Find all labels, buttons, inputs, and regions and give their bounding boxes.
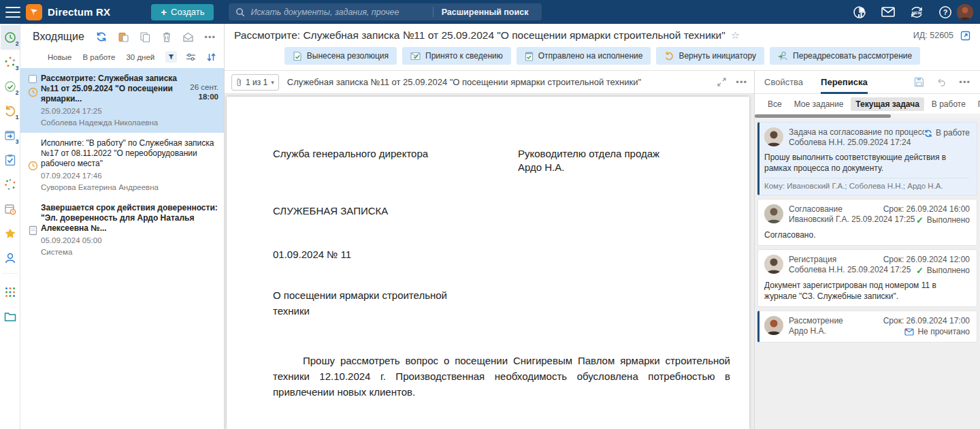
paperclip-icon [236,78,242,86]
tab-new[interactable]: Новые [48,53,71,61]
avatar [764,204,783,223]
rail-substitutions-icon[interactable] [1,246,20,270]
accepted-button[interactable]: Принято к сведению [402,47,511,65]
resolution-doc-icon [293,51,302,61]
mail-icon[interactable] [881,5,896,20]
paste-icon[interactable] [117,31,129,43]
rail-components-icon[interactable] [1,280,20,304]
card-title: Задача на согласование по процессу [789,127,924,138]
doc-body: Прошу рассмотреть вопрос о посещении Сни… [273,353,730,400]
top-bar: Directum RX + Создать Искать документы, … [0,0,980,24]
item-title: Рассмотрите: Служебная записка №11 от 25… [41,74,183,104]
page-count: 1 из 1 [246,78,267,87]
item-author: Соболева Надежда Николаевна [41,118,183,127]
forward-review-button[interactable]: Переадресовать рассмотрение [770,47,920,65]
filter-all[interactable]: Все [763,97,787,111]
correspondence-card-task[interactable]: Задача на согласование по процессу Собол… [757,122,977,195]
card-body: Согласовано. [764,229,970,240]
settings-sliders-icon[interactable] [185,51,197,63]
refresh-icon[interactable] [95,31,107,43]
tab-30-days[interactable]: 30 дней [126,53,154,61]
correspondence-card-registration[interactable]: Регистрация Соболева Н.Н. 25.09.2024 17:… [757,249,977,307]
sort-icon[interactable] [205,51,216,63]
correspondence-card-review[interactable]: Рассмотрение Ардо Н.А. Срок: 26.09.2024 … [757,311,977,343]
card-body: Прошу выполнить соответствующие действия… [764,152,970,174]
filter-current-task[interactable]: Текущая задача [851,97,924,111]
viewer-more-icon[interactable]: ••• [736,77,747,87]
item-due-date: 26 сент. [183,83,218,91]
doc-subject: О посещении ярмарки строительной техники [273,287,477,319]
correspondence-card-approval[interactable]: Согласование Ивановский Г.А. 25.09.2024 … [757,199,977,246]
scrollbar-thumb[interactable] [755,114,891,118]
page-selector[interactable]: 1 из 1 ▾ [231,74,279,91]
expand-icon[interactable] [717,78,726,86]
app-title: Directum RX [48,6,110,18]
help-icon[interactable]: ? [938,5,953,20]
tab-correspondence[interactable]: Переписка [821,71,868,94]
topbar-icons: NEW ? [852,5,953,20]
search-input[interactable]: Искать документы, задания, прочее Расшир… [229,3,542,20]
button-label: Переадресовать рассмотрение [793,51,912,61]
viewer-doc-title: Служебная записка №11 от 25.09.2024 "О п… [287,77,713,87]
rail-favorites-icon[interactable] [1,221,20,246]
rail-returned-icon[interactable]: 1 [1,99,20,123]
filter-overdue[interactable]: Просроченные [973,97,980,111]
return-to-initiator-button[interactable]: Вернуть инициатору [656,47,764,65]
open-in-window-icon[interactable] [960,31,970,41]
inbox-title: Входящие [33,31,84,43]
sidebar-more-icon[interactable]: ••• [959,77,970,87]
list-item[interactable]: Исполните: "В работу" по Служебная запис… [20,133,224,197]
undo-icon[interactable] [936,78,947,86]
copy-icon[interactable] [139,31,150,43]
item-date: 05.09.2024 05:00 [41,236,218,245]
doc-sender: Служба генерального директора [273,147,518,174]
advanced-search-button[interactable]: Расширенный поиск [435,7,536,17]
create-button[interactable]: + Создать [151,4,214,20]
resolution-button[interactable]: Вынесена резолюция [284,47,397,65]
save-icon[interactable] [914,77,924,87]
rail-tasks-icon[interactable] [1,148,20,172]
rail-sent-icon[interactable]: 3 [1,123,20,148]
filter-in-progress[interactable]: В работе [927,97,970,111]
horizontal-scrollbar[interactable] [755,114,980,118]
app-window: Directum RX + Создать Искать документы, … [0,0,980,429]
rail-folders-icon[interactable] [1,304,20,329]
rail-calendar-icon[interactable] [1,197,20,221]
divider [433,7,434,17]
check-icon: ✓ [916,215,924,225]
delete-icon[interactable] [161,31,172,43]
favorite-star-icon[interactable]: ☆ [731,29,740,42]
user-avatar[interactable] [957,4,973,20]
card-author-date: Ивановский Г.А. 25.09.2024 17:25 [789,214,883,225]
inbox-list: Рассмотрите: Служебная записка №11 от 25… [20,68,224,429]
document-page-area[interactable]: Служба генерального директора Руководите… [225,94,754,429]
rail-completed-icon[interactable]: 2 [1,74,20,99]
statistics-icon[interactable] [852,5,867,20]
tab-properties[interactable]: Свойства [764,71,803,94]
button-label: Отправлено на исполнение [538,51,643,61]
mark-read-envelope-icon[interactable] [182,31,194,43]
filter-my-assignment[interactable]: Мое задание [789,97,849,111]
more-actions-icon[interactable]: ••• [204,32,216,42]
unread-envelope-icon [904,328,914,336]
deadline-clock-icon [28,161,38,171]
rail-in-progress-icon[interactable]: 3 [1,50,20,74]
rail-assignments-icon[interactable]: 2 [1,25,20,50]
rail-processes-icon[interactable] [1,172,20,197]
filter-funnel-icon[interactable] [165,51,177,63]
document-page: Служба генерального директора Руководите… [227,97,749,429]
button-label: Вернуть инициатору [679,51,756,61]
doc-recipient-title: Руководителю отдела продаж [518,147,730,161]
directum-logo-icon[interactable] [26,4,42,20]
tab-in-progress[interactable]: В работе [82,53,115,61]
list-item[interactable]: Завершается срок действия доверенности: … [20,197,224,262]
list-item[interactable]: Рассмотрите: Служебная записка №11 от 25… [20,68,224,133]
menu-hamburger-icon[interactable] [5,7,20,18]
card-status: Выполнено [927,266,970,276]
whats-new-icon[interactable]: NEW [909,5,924,20]
card-author-date: Соболева Н.Н. 25.09.2024 17:24 [789,138,924,148]
search-icon [235,7,245,17]
item-checkbox[interactable] [29,75,37,83]
sent-for-execution-button[interactable]: Отправлено на исполнение [517,47,651,65]
card-status: В работе [936,128,970,138]
